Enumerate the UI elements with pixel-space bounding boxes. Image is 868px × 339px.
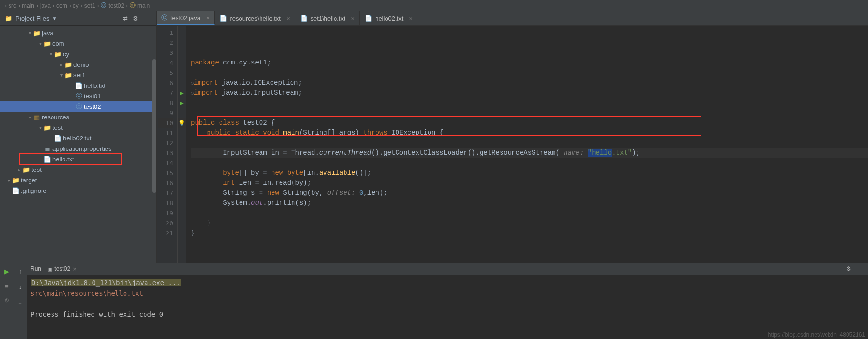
cmdline: D:\Java\jdk1.8.0_121\bin\java.exe ...: [31, 279, 181, 286]
exit-icon[interactable]: ⎋: [1, 295, 12, 305]
close-tab-icon[interactable]: ×: [351, 15, 355, 22]
tree-item--gitignore[interactable]: 📄.gitignore: [0, 185, 156, 196]
gear-icon[interactable]: ⚙: [130, 13, 141, 24]
file-icon: 📄: [365, 15, 372, 22]
file-icon: 📄: [220, 15, 227, 22]
chevron-down-icon: ▼: [52, 16, 57, 21]
tree-item-hello-txt[interactable]: 📄hello.txt: [0, 154, 156, 164]
run-hide-icon[interactable]: —: [854, 264, 864, 274]
watermark: https://blog.csdn.net/weixin_48052161: [768, 331, 865, 338]
tree-item-test01[interactable]: ⓒtest01: [0, 91, 156, 101]
run-toolbar: ▶ ■ ⎋: [0, 263, 13, 339]
tab-label: resources\hello.txt: [230, 15, 281, 22]
tree-item-application-properties[interactable]: ≣application.properties: [0, 143, 156, 154]
console-toolbar: ↑ ↓ ≡: [13, 263, 27, 339]
stop-icon[interactable]: ■: [1, 280, 12, 291]
console-output[interactable]: D:\Java\jdk1.8.0_121\bin\java.exe ... sr…: [27, 275, 868, 339]
up-icon[interactable]: ↑: [15, 266, 25, 276]
rerun-icon[interactable]: ▶: [1, 266, 12, 276]
project-tree[interactable]: ▾📁java▾📁com▾📁cy▸📁demo▾📁set1📄hello.txtⓒte…: [0, 26, 156, 263]
line-gutter[interactable]: 123456789101112131415161718192021: [157, 26, 178, 263]
intention-bulb-icon[interactable]: 💡: [178, 120, 185, 126]
tree-item-resources[interactable]: ▾▦resources: [0, 112, 156, 122]
run-config-name[interactable]: test02: [54, 265, 70, 272]
editor-tabs: ⓒtest02.java×📄resources\hello.txt×📄set1\…: [157, 11, 868, 26]
tree-item-set1[interactable]: ▾📁set1: [0, 70, 156, 80]
tree-item-com[interactable]: ▾📁com: [0, 38, 156, 49]
tab-resources-hello-txt[interactable]: 📄resources\hello.txt×: [215, 11, 295, 25]
close-tab-icon[interactable]: ×: [409, 15, 413, 22]
down-icon[interactable]: ↓: [15, 281, 25, 292]
run-gutgter-icon[interactable]: ▶: [180, 90, 184, 95]
tree-item-test[interactable]: ▸📁test: [0, 164, 156, 175]
folder-icon: 📁: [5, 15, 12, 22]
close-tab-icon[interactable]: ×: [286, 15, 290, 22]
tab-test02-java[interactable]: ⓒtest02.java×: [157, 11, 215, 25]
soft-wrap-icon[interactable]: ≡: [15, 297, 25, 307]
select-opened-file-icon[interactable]: ⇄: [120, 13, 130, 24]
tree-item-java[interactable]: ▾📁java: [0, 28, 156, 38]
run-label: Run:: [31, 265, 42, 272]
tree-item-test[interactable]: ▾📁test: [0, 122, 156, 133]
gutter-icons[interactable]: ▶▶💡: [178, 26, 186, 263]
tab-label: hello02.txt: [375, 15, 403, 22]
tree-item-cy[interactable]: ▾📁cy: [0, 49, 156, 59]
tab-label: test02.java: [170, 14, 200, 21]
run-gutgter-icon[interactable]: ▶: [180, 100, 184, 106]
run-settings-icon[interactable]: ⚙: [843, 264, 854, 274]
tab-label: set1\hello.txt: [311, 15, 345, 22]
breadcrumb[interactable]: ›src ›main ›java ›com ›cy ›set1 ›ⓒtest02…: [0, 0, 868, 11]
scrollbar[interactable]: [152, 59, 156, 193]
terminal-icon: ▣: [47, 265, 52, 272]
project-sidebar: 📁 Project Files ▼ ⇄ ⚙ — ▾📁java▾📁com▾📁cy▸…: [0, 11, 157, 263]
hide-icon[interactable]: —: [141, 13, 151, 24]
sidebar-title: Project Files: [15, 15, 50, 22]
tab-hello02-txt[interactable]: 📄hello02.txt×: [360, 11, 418, 25]
tab-set1-hello-txt[interactable]: 📄set1\hello.txt×: [295, 11, 360, 25]
tree-item-hello-txt[interactable]: 📄hello.txt: [0, 80, 156, 91]
project-files-dropdown[interactable]: 📁 Project Files ▼: [5, 15, 63, 22]
code-editor[interactable]: package com.cy.set1;⊖import java.io.IOEx…: [186, 26, 868, 263]
file-icon: 📄: [300, 15, 308, 22]
tree-item-target[interactable]: ▸📁target: [0, 175, 156, 185]
console-line: src\main\resources\hello.txt: [31, 288, 864, 298]
run-header: Run: ▣ test02 × ⚙ —: [27, 263, 868, 275]
close-run-tab[interactable]: ×: [73, 265, 77, 273]
close-tab-icon[interactable]: ×: [206, 14, 210, 21]
java-icon: ⓒ: [161, 13, 167, 22]
run-tool-window: ▶ ■ ⎋ ↑ ↓ ≡ Run: ▣ test02 × ⚙ — D:\Java\…: [0, 263, 868, 339]
tree-item-demo[interactable]: ▸📁demo: [0, 59, 156, 70]
tree-item-test02[interactable]: ⓒtest02: [0, 101, 156, 112]
tree-item-hello02-txt[interactable]: 📄hello02.txt: [0, 133, 156, 143]
console-line: Process finished with exit code 0: [31, 309, 864, 319]
